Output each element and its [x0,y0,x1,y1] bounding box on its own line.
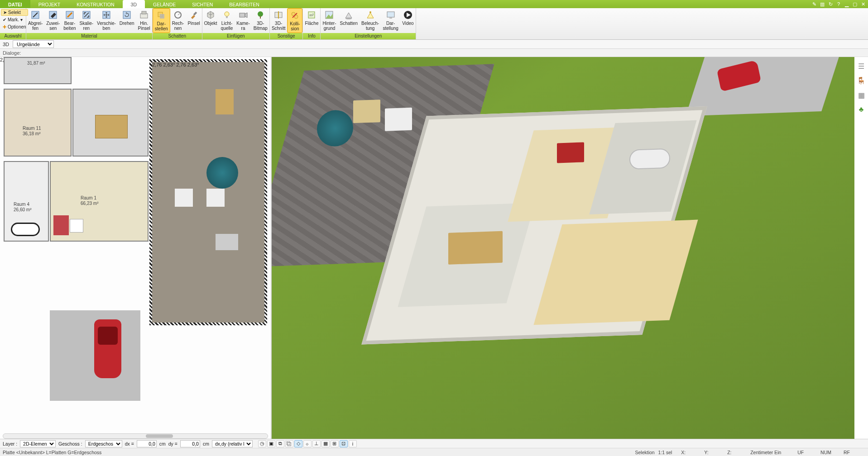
material-bearbeiten-button[interactable]: Bear- beiten [62,8,77,33]
optionen-label: Optionen [8,24,26,29]
snap-grid-icon[interactable]: ▦ [321,440,330,447]
snap-perp-icon[interactable]: ⊥ [312,440,321,447]
schatten-darstellen-button[interactable]: Dar- stellen [153,8,170,33]
objekt-button[interactable]: Objekt [202,8,219,33]
minimize-icon[interactable]: ▁ [844,1,850,7]
room11-name: Raum 11 [23,126,41,131]
geschoss-label: Geschoss : [58,441,82,446]
snap-endpoint-icon[interactable]: ◇ [294,440,302,447]
tab-sichten[interactable]: SICHTEN [184,0,221,8]
hscrollbar-2d[interactable] [3,433,268,439]
group-sonstige-label: Sonstige [270,33,303,39]
flaeche-button[interactable]: m² Fläche [303,8,320,33]
shadow-calc-icon [173,10,183,20]
sync-icon[interactable]: ↻ [827,1,834,7]
group-einfuegen-label: Einfügen [202,33,269,39]
darstellung-button[interactable]: Dar- stellung [381,8,400,33]
lichtquelle-button[interactable]: Licht- quelle [219,8,235,33]
group-info-label: Info [303,33,320,39]
layers-icon[interactable]: ▥ [819,1,825,7]
area-icon: m² [306,10,317,20]
grid-icon[interactable]: ⊞ [331,440,339,447]
mark-dropdown[interactable]: ✔ Mark. ▾ [1,16,28,23]
status-left: Platte <Unbekannt> L=Platten G=Erdgescho… [3,450,101,455]
ortho-icon[interactable]: ⊡ [340,440,348,447]
material-verschieben-button[interactable]: Verschie- ben [95,8,118,33]
dim-276b: 2,76 [176,62,186,67]
close-icon[interactable]: ✕ [860,1,866,7]
pin-icon[interactable]: ✎ [811,1,817,7]
kollision-button[interactable]: Kolli- sion [287,8,302,33]
cursor-icon: ➤ [3,10,7,15]
schatten-pinsel-button[interactable]: Pinsel [186,8,201,33]
status-bar: Platte <Unbekannt> L=Platten G=Erdgescho… [0,448,868,456]
tab-bearbeiten[interactable]: BEARBEITEN [221,0,268,8]
tab-datei[interactable]: DATEI [0,0,30,8]
dy-input[interactable] [180,440,200,447]
optionen-button[interactable]: ✚ Optionen [1,24,28,30]
chevron-down-icon: ▾ [20,17,23,22]
svg-rect-9 [142,11,146,14]
group-einstellungen-label: Einstellungen [321,33,415,39]
tab-projekt[interactable]: PROJEKT [30,0,68,8]
room1-area: 66,23 m² [81,201,98,206]
svg-point-30 [369,11,371,13]
svg-rect-11 [160,14,164,19]
monitor-icon[interactable]: ▣ [267,440,275,447]
info-icon[interactable]: i [349,440,357,447]
schnitt3d-button[interactable]: 3D- Schnitt [270,8,288,33]
group-auswahl-label: Auswahl [0,33,26,39]
layer-select-bottom[interactable]: 2D-Elemen [20,440,56,447]
material-hinpinsel-button[interactable]: Hin. Pinsel [136,8,152,33]
group-material-label: Material [26,33,152,39]
selekt-label: Selekt [8,10,21,15]
rotate-icon [121,10,132,20]
bitmap3d-button[interactable]: 3D- Bitmap [252,8,269,33]
tab-3d[interactable]: 3D [123,0,145,8]
tree-panel-icon[interactable]: ♣ [857,105,866,114]
status-uf: UF [797,450,819,455]
main-tabstrip: DATEI PROJEKT KONSTRUKTION 3D GELÄNDE SI… [0,0,868,8]
help-icon[interactable]: ? [835,1,842,7]
selekt-button[interactable]: ➤ Selekt [1,9,28,16]
room1-name: Raum 1 [81,195,96,200]
kamera-button[interactable]: Kame- ra [235,8,251,33]
terrace-area: 2,76 2,63° 2,76 2,63° [149,59,267,325]
schatten-settings-button[interactable]: Schatten [338,8,359,33]
svg-rect-31 [387,12,394,17]
snap-icon-row: ◷ ▣ ⧉ ⿻ ◇ ⟐ ⊥ ▦ ⊞ ⊡ i [258,440,357,447]
palette-icon[interactable]: ▦ [857,90,866,100]
schatten-rechnen-button[interactable]: Rech- nen [170,8,186,33]
snap-mid-icon[interactable]: ⟐ [303,440,312,447]
scale-icon [81,10,92,20]
material-zuweisen-button[interactable]: Zuwei- sen [44,8,62,33]
video-button[interactable]: Video [400,8,416,33]
material-skalieren-button[interactable]: Skalie- ren [78,8,96,33]
svg-point-29 [345,18,352,19]
copy-icon[interactable]: ⿻ [285,440,293,447]
maximize-icon[interactable]: ▢ [852,1,858,7]
layer-select[interactable]: Urgelände [13,40,54,48]
group-schatten-label: Schatten [153,33,202,39]
pane-3d[interactable] [272,57,854,440]
status-ein: Ein [774,450,796,455]
room4-area: 26,60 m² [14,207,31,212]
dialoge-label: Dialoge: [3,50,21,56]
material-abgreifen-button[interactable]: Abgrei- fen [26,8,44,33]
layer-label: Layer : [3,441,17,446]
dx-input[interactable] [137,440,157,447]
clock-icon[interactable]: ◷ [258,440,266,447]
hintergrund-button[interactable]: Hinter- grund [321,8,338,33]
pane-2d[interactable]: 31,87 m² Raum 11 36,18 m² 45,42 m² Raum … [0,57,272,440]
tab-konstruktion[interactable]: KONSTRUKTION [68,0,122,8]
layers-panel-icon[interactable]: ☰ [857,62,866,71]
link-icon[interactable]: ⧉ [276,440,284,447]
geschoss-select[interactable]: Erdgeschos [85,440,122,447]
material-drehen-button[interactable]: Drehen [118,8,136,33]
status-rf: RF [844,450,865,455]
chair-icon[interactable]: 🪑 [857,76,866,85]
tab-gelaende[interactable]: GELÄNDE [145,0,184,8]
beleuchtung-button[interactable]: Beleuch- tung [360,8,381,33]
brush-back-icon [139,10,149,20]
coord-mode-select[interactable]: dx,dy (relativ ka [212,440,253,447]
